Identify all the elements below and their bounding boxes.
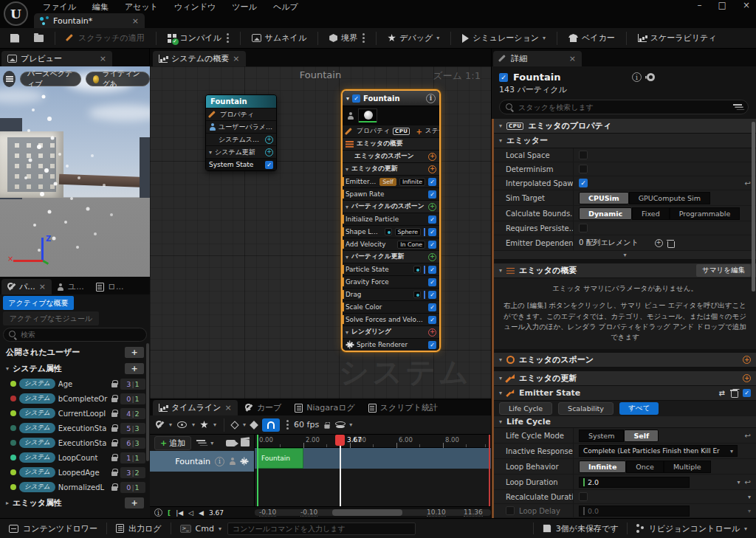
close-icon[interactable]: ×: [569, 54, 576, 63]
add-module-icon[interactable]: [428, 203, 436, 211]
preview-viewport[interactable]: パースペクティブ ライティングあ Z: [0, 66, 150, 277]
console-command-input[interactable]: [233, 525, 410, 533]
chevron-down-icon[interactable]: [169, 421, 172, 428]
option-self[interactable]: Self: [624, 430, 659, 442]
save-button[interactable]: [4, 32, 25, 45]
fountain-track-band[interactable]: Fountain: [255, 448, 491, 469]
chevron-down-icon[interactable]: [748, 494, 751, 500]
add-module-icon[interactable]: [265, 136, 273, 144]
render-icon[interactable]: [200, 421, 208, 429]
parameter-row[interactable]: システム NormalizedL 0|1: [0, 480, 150, 494]
chevron-down-icon[interactable]: [346, 204, 348, 210]
tab-niagara-log[interactable]: Niagaraログ: [289, 400, 361, 415]
chevron-down-icon[interactable]: [346, 329, 348, 336]
system-overview-graph[interactable]: Fountain ズーム 1:1 システム Fountain プロパティ ユーザ…: [150, 66, 491, 399]
add-track-button[interactable]: +追加: [154, 436, 191, 450]
parameter-row[interactable]: システム CurrentLoopI 4|2: [0, 406, 150, 421]
option-system[interactable]: System: [579, 430, 624, 442]
chevron-down-icon[interactable]: [499, 375, 502, 382]
stack-search[interactable]: [499, 100, 749, 114]
menu-help[interactable]: ヘルプ: [273, 1, 298, 13]
checkbox[interactable]: [579, 179, 588, 187]
tab-user-params[interactable]: ユ...: [52, 279, 90, 294]
fps-label[interactable]: 60 fps: [294, 420, 319, 430]
cmd-selector[interactable]: >_ Cmd: [171, 519, 224, 538]
parameter-row[interactable]: システム Age 3|1: [0, 376, 150, 391]
close-icon[interactable]: ×: [132, 16, 139, 26]
add-stage-icon[interactable]: +: [416, 128, 422, 136]
camera-icon[interactable]: [226, 440, 236, 446]
scrollbar[interactable]: [752, 122, 755, 292]
simulation-button[interactable]: シミュレーション: [456, 30, 551, 46]
module-spawn-rate[interactable]: Spawn Rate: [343, 187, 439, 200]
sprite-thumbnail[interactable]: [358, 108, 377, 123]
published-users-header[interactable]: 公開されたユーザー: [0, 344, 150, 360]
checkbox[interactable]: [506, 506, 515, 515]
section-emitter[interactable]: エミッター: [494, 134, 756, 148]
chevron-down-icon[interactable]: [346, 254, 348, 261]
active-modules-button[interactable]: アクティブなモジュール: [3, 311, 99, 325]
add-module-icon[interactable]: [428, 253, 436, 261]
chevron-down-icon[interactable]: [499, 137, 502, 144]
module-solve-forces[interactable]: Solve Forces and Velocity: [343, 313, 439, 325]
tab-local-modules[interactable]: ロ...: [90, 279, 130, 294]
playhead-handle[interactable]: [335, 435, 345, 446]
chevron-down-icon[interactable]: [192, 421, 195, 428]
emitter-properties-row[interactable]: プロパティ CPU + ステージ: [343, 125, 439, 137]
chevron-down-icon[interactable]: [210, 440, 213, 446]
add-element-icon[interactable]: [655, 239, 663, 247]
add-module-icon[interactable]: [743, 374, 751, 382]
checkbox[interactable]: [428, 178, 436, 186]
close-icon[interactable]: ×: [233, 54, 239, 63]
checkbox[interactable]: [428, 291, 436, 299]
view-range-start[interactable]: -0.10: [259, 508, 276, 517]
system-attributes-header[interactable]: システム属性: [0, 360, 150, 376]
parameter-row[interactable]: システム bCompleteOr 0|1: [0, 391, 150, 406]
checkbox[interactable]: [743, 389, 751, 397]
filter-icon[interactable]: [196, 439, 205, 446]
viewport-menu-icon[interactable]: [3, 71, 16, 87]
menu-tools[interactable]: ツール: [232, 1, 257, 13]
section-emitter-properties[interactable]: CPU エミッタのプロパティ: [494, 119, 756, 134]
module-initialize-particle[interactable]: Initialize Particle: [343, 213, 439, 225]
option-fixed[interactable]: Fixed: [632, 207, 670, 220]
swap-module-icon[interactable]: ⇄: [719, 389, 725, 397]
chevron-down-icon[interactable]: [499, 390, 502, 396]
filter-icon[interactable]: [733, 103, 742, 111]
system-node[interactable]: Fountain プロパティ ユーザーパラメータ システムスポーン システム更新…: [205, 94, 277, 171]
close-icon[interactable]: ×: [39, 282, 46, 292]
system-node-header[interactable]: Fountain: [206, 95, 276, 108]
add-module-icon[interactable]: [428, 165, 436, 173]
close-button[interactable]: ×: [743, 0, 750, 10]
working-range-end[interactable]: 10.10: [427, 508, 446, 517]
chevron-down-icon[interactable]: [243, 421, 246, 428]
parameter-search-input[interactable]: [21, 331, 141, 339]
menu-file[interactable]: ファイル: [43, 1, 76, 13]
checkbox[interactable]: [428, 241, 436, 249]
scalability-button[interactable]: スケーラビリティ: [632, 30, 723, 46]
particle-update-group[interactable]: パーティクル更新: [343, 250, 439, 263]
active-overview-button[interactable]: アクティブな概要: [3, 296, 74, 310]
parameter-row[interactable]: システム LoopCount 1|1: [0, 450, 150, 465]
chevron-down-icon[interactable]: [499, 418, 502, 425]
system-state-row[interactable]: System State: [206, 158, 276, 170]
loop-duration-field[interactable]: 2.0: [579, 477, 690, 488]
emitter-attributes-header[interactable]: エミッタ属性: [0, 494, 150, 511]
info-icon[interactable]: i: [154, 508, 162, 517]
chevron-down-icon[interactable]: [346, 95, 349, 102]
tab-parameters[interactable]: パ... ×: [1, 279, 52, 294]
tab-script-stats[interactable]: スクリプト統計: [362, 400, 444, 415]
settings-icon[interactable]: [156, 421, 164, 429]
parameter-row[interactable]: システム LoopedAge 3|2: [0, 465, 150, 480]
emitter-node-header[interactable]: Fountain i: [343, 91, 439, 106]
chevron-down-icon[interactable]: [499, 356, 502, 363]
working-range-start[interactable]: -0.10: [300, 508, 317, 517]
emitter-spawn-group[interactable]: エミッタのスポーン: [343, 150, 439, 162]
module-emitter-state[interactable]: Emitter State Self Infinite: [343, 175, 439, 187]
module-gravity-force[interactable]: Gravity Force: [343, 275, 439, 288]
system-spawn-row[interactable]: システムスポーン: [206, 133, 276, 145]
parameter-search[interactable]: [3, 328, 147, 342]
info-icon[interactable]: i: [215, 457, 224, 466]
checkb ox[interactable]: [579, 224, 588, 232]
info-icon[interactable]: i: [426, 94, 436, 103]
